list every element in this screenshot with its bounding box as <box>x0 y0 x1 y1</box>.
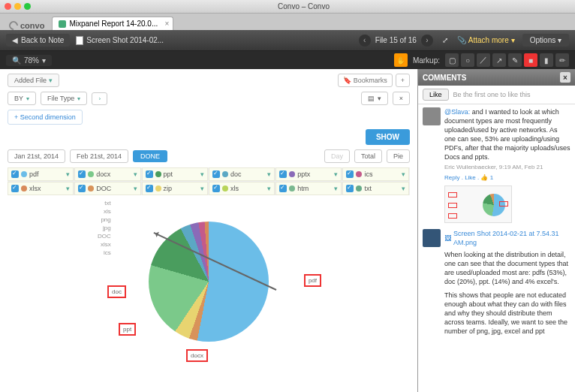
next-file-button[interactable]: › <box>421 35 433 47</box>
checkbox-icon[interactable] <box>78 185 86 192</box>
done-button[interactable]: DONE <box>133 150 167 162</box>
checkbox-icon[interactable] <box>212 185 220 192</box>
comment-item: @Slava: and I wanted to look at which do… <box>423 107 570 223</box>
series-cell[interactable]: xlsx▾ <box>8 182 74 195</box>
checkbox-icon[interactable] <box>279 170 287 178</box>
pie-dropdown[interactable]: Pie <box>387 149 410 163</box>
reply-link[interactable]: Reply <box>444 174 459 181</box>
bookmarks-button[interactable]: 🔖 Bookmarks <box>338 74 393 87</box>
chevron-down-icon[interactable]: ▾ <box>402 170 405 178</box>
add-bookmark-button[interactable]: + <box>396 74 410 87</box>
checkbox-icon[interactable] <box>279 185 287 192</box>
chart-type-toggle[interactable]: ▤ ▾ <box>361 92 388 105</box>
app-logo[interactable]: convo <box>3 21 50 30</box>
comments-scroll[interactable]: @Slava: and I wanted to look at which do… <box>418 104 575 392</box>
options-button[interactable]: Options ▾ <box>522 34 569 47</box>
arrow-tool-icon[interactable]: ↗ <box>492 53 506 67</box>
by-dropdown[interactable]: BY▾ <box>8 92 36 105</box>
markup-label: Markup: <box>413 56 440 65</box>
added-file-pill[interactable]: Added File ▾ <box>8 74 59 87</box>
file-type-dropdown[interactable]: File Type▾ <box>41 92 87 105</box>
series-cell[interactable]: ics▾ <box>342 167 408 181</box>
show-button[interactable]: SHOW <box>366 129 410 145</box>
chevron-down-icon: ▾ <box>49 77 53 84</box>
chevron-down-icon[interactable]: ▾ <box>134 185 137 192</box>
series-cell[interactable]: txt▾ <box>342 182 408 195</box>
circle-tool-icon[interactable]: ○ <box>461 53 474 67</box>
color-red-tool[interactable]: ■ <box>524 53 537 67</box>
chevron-down-icon[interactable]: ▾ <box>200 170 204 178</box>
series-cell[interactable]: docx▾ <box>74 167 140 181</box>
close-tab-icon[interactable]: × <box>164 20 169 28</box>
series-cell[interactable]: zip▾ <box>142 182 208 195</box>
highlight-tool-icon[interactable]: ▮ <box>540 53 553 67</box>
zoom-control[interactable]: 🔍 78% ▾ <box>6 55 52 66</box>
annot-pdf: pdf <box>304 274 321 287</box>
prev-file-button[interactable]: ‹ <box>359 35 371 47</box>
chevron-down-icon[interactable]: ▾ <box>200 185 204 192</box>
blur-tool-icon[interactable]: ✏ <box>555 53 569 67</box>
series-cell[interactable]: xls▾ <box>209 182 275 195</box>
hand-tool-icon[interactable]: ✋ <box>394 53 408 67</box>
series-cell[interactable]: ppt▾ <box>142 167 208 181</box>
checkbox-icon[interactable] <box>146 185 153 192</box>
chevron-down-icon[interactable]: ▾ <box>134 170 137 178</box>
series-cell[interactable]: doc▾ <box>209 167 275 181</box>
like-prompt: Be the first one to like this <box>453 91 531 98</box>
like-link[interactable]: Like <box>465 174 476 181</box>
file-type-expand[interactable]: › <box>92 92 107 105</box>
checkbox-icon[interactable] <box>146 170 153 178</box>
checkbox-icon[interactable] <box>11 170 19 178</box>
rectangle-tool-icon[interactable]: ▢ <box>445 53 459 67</box>
expand-icon[interactable]: ⤢ <box>442 36 448 44</box>
pen-tool-icon[interactable]: ✎ <box>508 53 522 67</box>
attach-more-button[interactable]: 📎 Attach more ▾ <box>457 36 515 44</box>
checkbox-icon[interactable] <box>346 170 354 178</box>
file-title: Screen Shot 2014-02... <box>76 36 164 45</box>
chevron-down-icon[interactable]: ▾ <box>66 170 70 178</box>
series-color-dot <box>222 185 228 191</box>
chevron-down-icon[interactable]: ▾ <box>334 170 338 178</box>
chevron-down-icon[interactable]: ▾ <box>334 185 338 192</box>
minimize-window-icon[interactable] <box>14 3 21 10</box>
series-cell[interactable]: DOC▾ <box>74 182 140 195</box>
chevron-down-icon[interactable]: ▾ <box>267 185 271 192</box>
date-from-input[interactable]: Jan 21st, 2014 <box>8 149 65 163</box>
series-cell[interactable]: htm▾ <box>275 182 342 195</box>
tab-mixpanel-report[interactable]: Mixpanel Report 14-20.0... × <box>52 17 173 30</box>
annot-docx: docx <box>186 349 208 362</box>
comment-thumbnail[interactable] <box>444 185 512 223</box>
like-button[interactable]: Like <box>423 89 449 101</box>
series-color-dot <box>88 185 94 191</box>
document-icon <box>76 36 83 45</box>
chevron-down-icon: ▾ <box>42 56 46 65</box>
chevron-down-icon[interactable]: ▾ <box>66 185 70 192</box>
day-dropdown[interactable]: Day <box>324 149 350 163</box>
remove-filter[interactable]: × <box>393 92 410 105</box>
annot-doc: doc <box>107 285 126 298</box>
attachment-link[interactable]: 🖼 Screen Shot 2014-02-21 at 7.54.31 AM.p… <box>444 229 570 247</box>
chevron-down-icon[interactable]: ▾ <box>267 170 271 178</box>
file-navigator: ‹ File 15 of 16 › <box>359 35 433 47</box>
attach-icon: 📎 <box>457 36 466 44</box>
checkbox-icon[interactable] <box>346 185 354 192</box>
mention[interactable]: @Slava: <box>444 108 470 116</box>
second-dimension-button[interactable]: + Second dimension <box>8 110 83 125</box>
back-to-note-button[interactable]: ◀ Back to Note <box>6 34 70 47</box>
close-window-icon[interactable] <box>5 3 11 10</box>
tab-bar: convo Mixpanel Report 14-20.0... × <box>0 14 575 30</box>
chevron-down-icon[interactable]: ▾ <box>402 185 405 192</box>
line-tool-icon[interactable]: ／ <box>477 53 490 67</box>
close-comments-button[interactable]: × <box>560 72 570 83</box>
series-cell[interactable]: pdf▾ <box>8 167 74 181</box>
date-to-input[interactable]: Feb 21st, 2014 <box>70 149 128 163</box>
bookmark-icon: 🔖 <box>343 77 351 84</box>
checkbox-icon[interactable] <box>11 185 19 192</box>
series-cell[interactable]: pptx▾ <box>275 167 342 181</box>
zoom-window-icon[interactable] <box>24 3 31 10</box>
checkbox-icon[interactable] <box>212 170 220 178</box>
chevron-down-icon: ▾ <box>511 36 515 44</box>
total-dropdown[interactable]: Total <box>354 149 382 163</box>
checkbox-icon[interactable] <box>78 170 86 178</box>
comment-item: 🖼 Screen Shot 2014-02-21 at 7.54.31 AM.p… <box>423 229 570 336</box>
